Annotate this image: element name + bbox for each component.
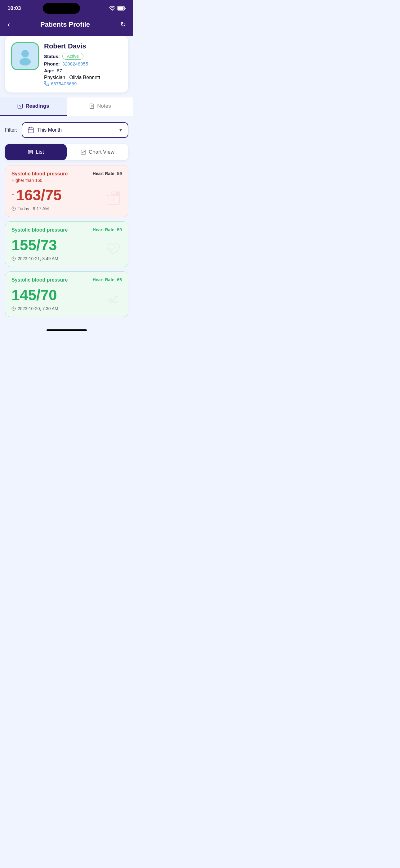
signal-icon: ···· — [102, 6, 107, 11]
tab-readings-label: Readings — [26, 103, 49, 109]
reading-icon-2 — [104, 239, 123, 261]
status-bar: 10:03 ···· — [0, 0, 133, 16]
heart-rate-1: Heart Rate: 59 — [93, 171, 122, 176]
status-row: Status: Active — [44, 53, 122, 60]
patient-card: Robert Davis Status: Active Phone: 32082… — [5, 36, 128, 93]
phone-row: Phone: 3208248955 — [44, 61, 122, 66]
tab-readings[interactable]: Readings — [0, 97, 67, 116]
physician-row: Physician: Olivia Bennett 6875406669 — [44, 75, 122, 86]
filter-label: Filter: — [5, 127, 18, 133]
reading-arrow-1: ↑ — [11, 191, 15, 199]
avatar-wrapper — [11, 42, 39, 70]
reading-type-3: Systolic blood pressure — [11, 277, 68, 283]
reading-type-1: Systolic blood pressure — [11, 171, 68, 177]
chart-view-button[interactable]: Chart View — [67, 144, 128, 160]
reading-value-2: 155/73 — [11, 237, 57, 254]
phone-icon — [44, 81, 49, 86]
patient-info: Robert Davis Status: Active Phone: 32082… — [44, 42, 122, 86]
heart-rate-3: Heart Rate: 66 — [93, 277, 122, 282]
physician-name: Olivia Bennett — [69, 75, 100, 80]
filter-select[interactable]: This Month ▼ — [22, 122, 128, 138]
age-value: 87 — [57, 68, 62, 73]
calendar-icon — [27, 127, 34, 133]
clock-icon-2 — [11, 256, 16, 261]
filter-row: Filter: This Month ▼ — [0, 116, 133, 144]
dynamic-island — [43, 3, 80, 14]
tabs-container: Readings Notes — [0, 97, 133, 116]
patient-name: Robert Davis — [44, 42, 122, 50]
physician-phone: 6875406669 — [44, 81, 122, 86]
chart-view-label: Chart View — [89, 149, 114, 155]
reading-header-2: Systolic blood pressure Heart Rate: 59 — [11, 227, 122, 233]
bottom-bar — [0, 326, 133, 337]
status-badge: Active — [62, 53, 84, 60]
physician-label-name: Physician: Olivia Bennett — [44, 75, 122, 81]
physician-label: Physician: — [44, 75, 67, 80]
reading-card-1[interactable]: Systolic blood pressure Higher than 160 … — [5, 165, 128, 217]
reading-header-1: Systolic blood pressure Higher than 160 … — [11, 171, 122, 183]
svg-text:+: + — [116, 192, 119, 196]
clock-icon-3 — [11, 306, 16, 311]
wifi-icon — [109, 6, 115, 10]
reading-value-3: 145/70 — [11, 286, 57, 304]
reading-card-2[interactable]: Systolic blood pressure Heart Rate: 59 1… — [5, 221, 128, 267]
reading-header-3: Systolic blood pressure Heart Rate: 66 — [11, 277, 122, 283]
age-label: Age: — [44, 68, 54, 73]
back-button[interactable]: ‹ — [7, 21, 10, 28]
battery-icon — [117, 6, 126, 10]
list-icon — [28, 149, 33, 155]
svg-rect-1 — [118, 7, 124, 10]
tab-notes[interactable]: Notes — [67, 97, 133, 116]
svg-point-21 — [111, 191, 115, 195]
filter-value: This Month — [37, 127, 115, 133]
chart-icon — [80, 149, 86, 155]
reading-type-2: Systolic blood pressure — [11, 227, 68, 233]
svg-rect-10 — [28, 128, 33, 133]
phone-label: Phone: — [44, 61, 60, 66]
avatar — [11, 42, 39, 70]
chevron-down-icon: ▼ — [119, 128, 123, 132]
svg-point-2 — [22, 50, 29, 57]
status-label: Status: — [44, 54, 60, 59]
page-title: Patients Profile — [40, 21, 90, 29]
home-indicator — [46, 330, 87, 331]
reading-warning-1: Higher than 160 — [11, 178, 68, 183]
view-toggle: List Chart View — [5, 144, 128, 160]
svg-point-3 — [20, 58, 31, 65]
readings-tab-icon — [18, 103, 23, 109]
list-view-button[interactable]: List — [5, 144, 67, 160]
heart-rate-2: Heart Rate: 59 — [93, 227, 122, 232]
age-row: Age: 87 — [44, 68, 122, 73]
status-icons: ···· — [102, 6, 126, 11]
tab-notes-label: Notes — [97, 103, 111, 109]
reading-icon-1: + — [104, 189, 123, 211]
reading-card-3[interactable]: Systolic blood pressure Heart Rate: 66 1… — [5, 271, 128, 317]
reading-value-1: 163/75 — [16, 187, 62, 204]
list-view-label: List — [36, 149, 44, 155]
physician-phone-value: 6875406669 — [51, 81, 76, 86]
phone-value: 3208248955 — [62, 61, 88, 66]
clock-icon-1 — [11, 207, 16, 211]
status-time: 10:03 — [7, 5, 21, 11]
reading-icon-3 — [104, 289, 123, 311]
readings-list: Systolic blood pressure Higher than 160 … — [0, 165, 133, 326]
header: ‹ Patients Profile ↻ — [0, 16, 133, 36]
notes-tab-icon — [89, 103, 95, 109]
refresh-button[interactable]: ↻ — [120, 21, 126, 29]
